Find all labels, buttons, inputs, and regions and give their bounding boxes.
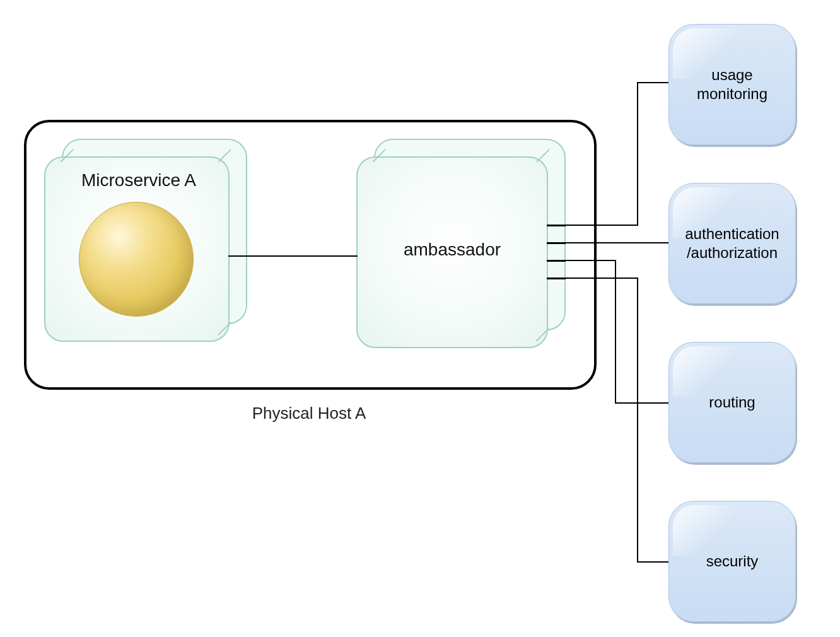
microservice-label: Microservice A [57, 170, 221, 190]
ambassador-port [547, 242, 566, 244]
connector-line [637, 278, 638, 563]
connector-line [637, 561, 668, 563]
service-tile-security: security [668, 501, 796, 622]
service-tile-label: security [669, 501, 795, 621]
service-tile-label: usagemonitoring [669, 25, 795, 144]
ambassador-port [547, 278, 566, 279]
diagram-canvas: Physical Host A Microservice A ambassado… [0, 0, 840, 637]
physical-host-label: Physical Host A [214, 404, 404, 423]
connector-line [637, 82, 668, 83]
ambassador-node: ambassador [356, 139, 564, 347]
microservice-sphere-icon [79, 202, 194, 317]
ambassador-port [547, 225, 566, 226]
ambassador-label: ambassador [370, 240, 534, 260]
service-tile-label: routing [669, 342, 795, 462]
connector-line [615, 402, 668, 404]
connector-line [566, 242, 668, 243]
service-tile-routing: routing [668, 342, 796, 463]
ambassador-port [547, 260, 566, 262]
connector-line [615, 260, 616, 404]
service-tile-usage-monitoring: usagemonitoring [668, 24, 796, 145]
connector-line [637, 82, 638, 226]
connector-microservice-ambassador [228, 255, 358, 257]
connector-line [566, 225, 638, 226]
service-tile-authentication: authentication/authorization [668, 183, 796, 304]
service-tile-label: authentication/authorization [669, 184, 795, 303]
connector-line [566, 278, 638, 279]
connector-line [566, 260, 616, 261]
microservice-node: Microservice A [44, 139, 246, 341]
